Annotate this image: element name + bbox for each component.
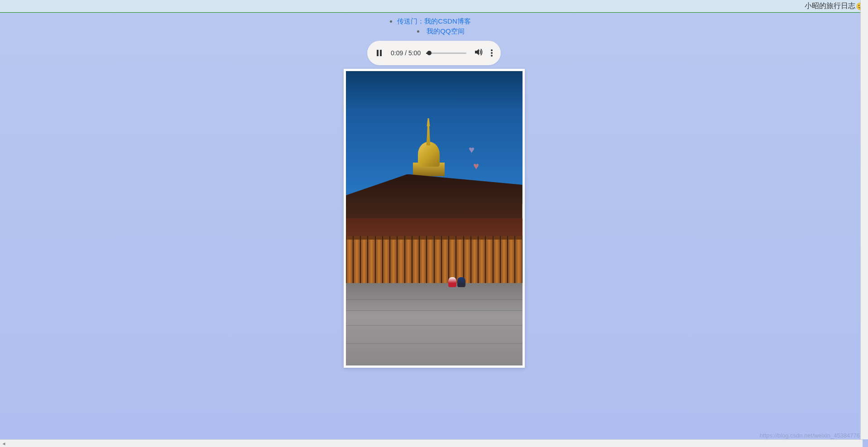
travel-photo <box>346 71 523 365</box>
audio-player[interactable]: 0:09 / 5:00 <box>367 41 501 65</box>
qq-space-link[interactable]: 我的QQ空间 <box>427 27 464 35</box>
pause-button[interactable] <box>375 49 383 57</box>
vertical-scrollbar[interactable] <box>860 0 868 439</box>
watermark-text: https://blog.csdn.net/weixin_45384776 <box>760 432 860 439</box>
page-title: 小昭的旅行日志 <box>805 1 855 11</box>
audio-time-display: 0:09 / 5:00 <box>391 49 421 57</box>
heart-decoration-icon: ♥ <box>473 160 479 172</box>
link-item-qq: 我的QQ空间 <box>411 26 471 36</box>
content-area: 传送门：我的CSDN博客 我的QQ空间 0:09 / 5:00 <box>0 13 868 368</box>
link-item-csdn: 传送门：我的CSDN博客 <box>397 16 471 26</box>
volume-icon[interactable] <box>475 48 484 58</box>
heart-decoration-icon: ♥ <box>469 144 475 156</box>
scroll-left-arrow-icon[interactable]: ◄ <box>0 440 8 447</box>
link-list: 传送门：我的CSDN博客 我的QQ空间 <box>397 16 471 36</box>
pause-icon <box>377 50 382 56</box>
audio-progress-slider[interactable] <box>426 53 466 54</box>
photo-frame <box>344 69 525 368</box>
csdn-blog-link[interactable]: 我的CSDN博客 <box>424 17 471 25</box>
svg-point-1 <box>858 5 859 5</box>
header-bar: 小昭的旅行日志 <box>0 0 868 13</box>
horizontal-scrollbar[interactable]: ◄ <box>0 439 863 447</box>
more-options-icon[interactable] <box>491 49 493 57</box>
link-prefix: 传送门： <box>397 17 424 25</box>
